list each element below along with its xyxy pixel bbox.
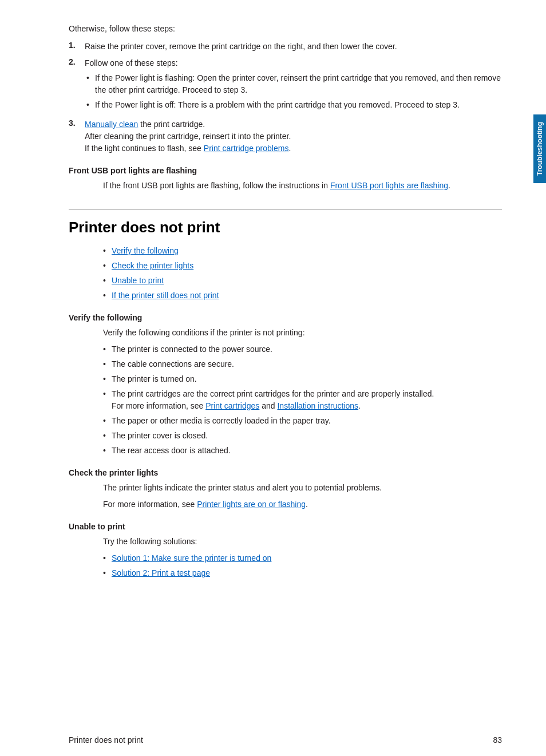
check-heading: Check the printer lights [69,468,502,477]
step-2-text: Follow one of these steps: [85,58,178,68]
step-2-num: 2. [69,57,80,114]
unable-link-item-1: Solution 1: Make sure the printer is tur… [103,552,502,564]
unable-to-print-link[interactable]: Unable to print [112,276,164,285]
check-section: Check the printer lights The printer lig… [69,468,502,510]
printer-links-list: Verify the following Check the printer l… [103,245,502,302]
verify-bullets: The printer is connected to the power so… [103,343,502,457]
printer-link-item-1: Verify the following [103,245,502,257]
footer-left: Printer does not print [69,735,143,745]
front-usb-prefix: If the front USB port lights are flashin… [103,181,330,190]
step-3-line2: After cleaning the print cartridge, rein… [85,130,502,143]
printer-lights-link[interactable]: Printer lights are on or flashing [197,500,306,509]
step-2: 2. Follow one of these steps: If the Pow… [69,57,502,114]
printer-link-item-3: Unable to print [103,275,502,287]
front-usb-text: If the front USB port lights are flashin… [103,180,502,192]
solution1-link[interactable]: Solution 1: Make sure the printer is tur… [112,553,271,563]
front-usb-section: Front USB port lights are flashing If th… [69,166,502,192]
side-tab-label: Troubleshooting [536,122,544,176]
footer-right: 83 [493,735,502,745]
verify-intro: Verify the following conditions if the p… [103,327,502,339]
step-3-text-after: the print cartridge. [138,120,205,129]
front-usb-body: If the front USB port lights are flashin… [103,180,502,192]
printer-still-not-print-link[interactable]: If the printer still does not print [112,291,219,300]
main-content: Otherwise, follow these steps: 1. Raise … [0,0,533,756]
step-2-content: Follow one of these steps: If the Power … [85,57,502,114]
front-usb-link[interactable]: Front USB port lights are flashing [330,181,448,190]
print-cartridges-link[interactable]: Print cartridges [205,401,259,410]
step-2-bullet-1: If the Power light is flashing: Open the… [85,72,502,96]
solution2-link[interactable]: Solution 2: Print a test page [112,568,210,577]
check-text2-prefix: For more information, see [103,500,197,509]
verify-bullet-4-text: The print cartridges are the correct pri… [112,389,434,398]
front-usb-suffix: . [448,181,450,190]
verify-bullet-2: The cable connections are secure. [103,358,502,370]
printer-link-item-4: If the printer still does not print [103,290,502,302]
intro-text: Otherwise, follow these steps: [69,23,502,35]
unable-intro: Try the following solutions: [103,536,502,548]
manually-clean-link[interactable]: Manually clean [85,120,138,129]
verify-bullet-6: The printer cover is closed. [103,430,502,442]
check-body: The printer lights indicate the printer … [103,482,502,510]
step-3-line3-prefix: If the light continues to flash, see [85,144,204,153]
verify-bullet-1: The printer is connected to the power so… [103,343,502,355]
verify-more-and: and [259,401,277,410]
step-3-line3-suffix: . [288,144,291,153]
main-heading: Printer does not print [69,209,502,236]
step-3: 3. Manually clean the print cartridge. A… [69,118,502,155]
verify-bullet-3: The printer is turned on. [103,373,502,385]
check-printer-lights-link[interactable]: Check the printer lights [112,261,193,270]
installation-instructions-link[interactable]: Installation instructions [277,401,358,410]
unable-section: Unable to print Try the following soluti… [69,522,502,579]
verify-section: Verify the following Verify the followin… [69,313,502,457]
check-text1: The printer lights indicate the printer … [103,482,502,494]
step-3-content: Manually clean the print cartridge. Afte… [85,118,502,155]
verify-bullet-4: The print cartridges are the correct pri… [103,388,502,412]
step-2-bullet-2: If the Power light is off: There is a pr… [85,99,502,111]
verify-heading: Verify the following [69,313,502,322]
verify-more-info: For more information, see Print cartridg… [112,401,361,410]
step-3-line1: Manually clean the print cartridge. [85,118,502,130]
front-usb-heading: Front USB port lights are flashing [69,166,502,175]
check-text2: For more information, see Printer lights… [103,498,502,510]
step-2-bullets: If the Power light is flashing: Open the… [85,72,502,111]
unable-link-item-2: Solution 2: Print a test page [103,567,502,579]
verify-bullet-7: The rear access door is attached. [103,445,502,457]
step-1-content: Raise the printer cover, remove the prin… [85,41,502,53]
verify-following-link[interactable]: Verify the following [112,246,179,255]
page-container: Troubleshooting Otherwise, follow these … [0,0,546,756]
check-text2-suffix: . [306,500,308,509]
side-tab: Troubleshooting [533,114,546,183]
footer: Printer does not print 83 [69,735,502,745]
verify-bullet-5: The paper or other media is correctly lo… [103,415,502,427]
print-cartridge-problems-link[interactable]: Print cartridge problems [204,144,289,153]
verify-body: Verify the following conditions if the p… [103,327,502,457]
unable-links-list: Solution 1: Make sure the printer is tur… [103,552,502,579]
step-1-num: 1. [69,41,80,53]
verify-more-prefix: For more information, see [112,401,205,410]
step-3-num: 3. [69,118,80,155]
unable-heading: Unable to print [69,522,502,531]
step-1: 1. Raise the printer cover, remove the p… [69,41,502,53]
verify-more-suffix: . [358,401,361,410]
printer-link-item-2: Check the printer lights [103,260,502,272]
step-3-line3: If the light continues to flash, see Pri… [85,143,502,155]
unable-body: Try the following solutions: Solution 1:… [103,536,502,579]
